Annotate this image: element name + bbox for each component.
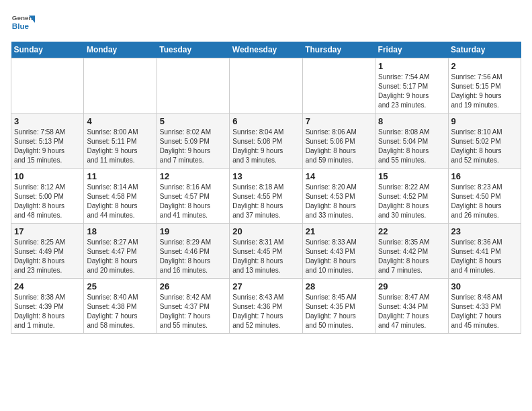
calendar-cell: 16Sunrise: 8:23 AM Sunset: 4:50 PM Dayli… bbox=[448, 169, 521, 224]
day-number: 17 bbox=[14, 226, 81, 236]
calendar-cell: 2Sunrise: 7:56 AM Sunset: 5:15 PM Daylig… bbox=[448, 58, 521, 113]
day-info: Sunrise: 8:02 AM Sunset: 5:09 PM Dayligh… bbox=[160, 128, 226, 165]
calendar-cell: 6Sunrise: 8:04 AM Sunset: 5:08 PM Daylig… bbox=[230, 113, 302, 169]
day-info: Sunrise: 8:00 AM Sunset: 5:11 PM Dayligh… bbox=[87, 128, 153, 165]
day-number: 21 bbox=[306, 226, 372, 236]
day-info: Sunrise: 8:06 AM Sunset: 5:06 PM Dayligh… bbox=[306, 128, 372, 165]
day-number: 10 bbox=[14, 171, 81, 181]
day-info: Sunrise: 8:47 AM Sunset: 4:34 PM Dayligh… bbox=[378, 293, 445, 330]
day-info: Sunrise: 8:14 AM Sunset: 4:58 PM Dayligh… bbox=[87, 183, 153, 220]
calendar-cell bbox=[302, 58, 375, 113]
day-info: Sunrise: 8:23 AM Sunset: 4:50 PM Dayligh… bbox=[451, 183, 518, 220]
day-number: 13 bbox=[232, 171, 299, 181]
day-number: 11 bbox=[87, 171, 153, 181]
day-number: 19 bbox=[160, 226, 226, 236]
calendar-cell: 28Sunrise: 8:45 AM Sunset: 4:35 PM Dayli… bbox=[302, 279, 375, 334]
calendar-cell: 5Sunrise: 8:02 AM Sunset: 5:09 PM Daylig… bbox=[157, 113, 229, 169]
logo: General Blue bbox=[11, 11, 38, 35]
calendar-cell: 26Sunrise: 8:42 AM Sunset: 4:37 PM Dayli… bbox=[157, 279, 229, 334]
day-info: Sunrise: 8:12 AM Sunset: 5:00 PM Dayligh… bbox=[14, 183, 81, 220]
day-info: Sunrise: 8:18 AM Sunset: 4:55 PM Dayligh… bbox=[232, 183, 299, 220]
day-info: Sunrise: 8:35 AM Sunset: 4:42 PM Dayligh… bbox=[378, 238, 445, 275]
day-info: Sunrise: 8:31 AM Sunset: 4:45 PM Dayligh… bbox=[232, 238, 299, 275]
calendar-cell: 9Sunrise: 8:10 AM Sunset: 5:02 PM Daylig… bbox=[448, 113, 521, 169]
calendar-cell: 10Sunrise: 8:12 AM Sunset: 5:00 PM Dayli… bbox=[11, 169, 84, 224]
weekday-header: Tuesday bbox=[157, 42, 229, 58]
calendar-cell: 24Sunrise: 8:38 AM Sunset: 4:39 PM Dayli… bbox=[11, 279, 84, 334]
calendar-cell: 19Sunrise: 8:29 AM Sunset: 4:46 PM Dayli… bbox=[157, 224, 229, 279]
day-info: Sunrise: 7:58 AM Sunset: 5:13 PM Dayligh… bbox=[14, 128, 81, 165]
day-number: 25 bbox=[87, 281, 153, 291]
day-info: Sunrise: 8:38 AM Sunset: 4:39 PM Dayligh… bbox=[14, 293, 81, 330]
day-number: 1 bbox=[378, 61, 445, 71]
weekday-header: Wednesday bbox=[230, 42, 302, 58]
day-number: 15 bbox=[378, 171, 445, 181]
day-number: 2 bbox=[451, 61, 518, 71]
day-info: Sunrise: 8:29 AM Sunset: 4:46 PM Dayligh… bbox=[160, 238, 226, 275]
calendar-week-row: 3Sunrise: 7:58 AM Sunset: 5:13 PM Daylig… bbox=[11, 113, 521, 169]
svg-text:Blue: Blue bbox=[12, 21, 30, 30]
day-number: 6 bbox=[232, 116, 299, 126]
day-info: Sunrise: 8:33 AM Sunset: 4:43 PM Dayligh… bbox=[306, 238, 372, 275]
weekday-header: Sunday bbox=[11, 42, 84, 58]
day-number: 4 bbox=[87, 116, 153, 126]
day-number: 27 bbox=[232, 281, 299, 291]
day-number: 29 bbox=[378, 281, 445, 291]
calendar-cell bbox=[230, 58, 302, 113]
calendar-week-row: 17Sunrise: 8:25 AM Sunset: 4:49 PM Dayli… bbox=[11, 224, 521, 279]
day-number: 24 bbox=[14, 281, 81, 291]
calendar-cell: 27Sunrise: 8:43 AM Sunset: 4:36 PM Dayli… bbox=[230, 279, 302, 334]
calendar-cell bbox=[84, 58, 157, 113]
calendar-cell: 13Sunrise: 8:18 AM Sunset: 4:55 PM Dayli… bbox=[230, 169, 302, 224]
calendar-cell: 7Sunrise: 8:06 AM Sunset: 5:06 PM Daylig… bbox=[302, 113, 375, 169]
day-info: Sunrise: 8:08 AM Sunset: 5:04 PM Dayligh… bbox=[378, 128, 445, 165]
calendar-cell: 12Sunrise: 8:16 AM Sunset: 4:57 PM Dayli… bbox=[157, 169, 229, 224]
calendar-cell: 11Sunrise: 8:14 AM Sunset: 4:58 PM Dayli… bbox=[84, 169, 157, 224]
day-number: 7 bbox=[306, 116, 372, 126]
calendar-cell: 15Sunrise: 8:22 AM Sunset: 4:52 PM Dayli… bbox=[375, 169, 448, 224]
calendar-week-row: 10Sunrise: 8:12 AM Sunset: 5:00 PM Dayli… bbox=[11, 169, 521, 224]
calendar-week-row: 1Sunrise: 7:54 AM Sunset: 5:17 PM Daylig… bbox=[11, 58, 521, 113]
calendar-table: SundayMondayTuesdayWednesdayThursdayFrid… bbox=[11, 42, 521, 334]
calendar-week-row: 24Sunrise: 8:38 AM Sunset: 4:39 PM Dayli… bbox=[11, 279, 521, 334]
calendar-cell: 20Sunrise: 8:31 AM Sunset: 4:45 PM Dayli… bbox=[230, 224, 302, 279]
calendar-cell: 4Sunrise: 8:00 AM Sunset: 5:11 PM Daylig… bbox=[84, 113, 157, 169]
day-info: Sunrise: 8:48 AM Sunset: 4:33 PM Dayligh… bbox=[451, 293, 518, 330]
calendar-cell: 22Sunrise: 8:35 AM Sunset: 4:42 PM Dayli… bbox=[375, 224, 448, 279]
day-number: 12 bbox=[160, 171, 226, 181]
day-info: Sunrise: 8:22 AM Sunset: 4:52 PM Dayligh… bbox=[378, 183, 445, 220]
day-info: Sunrise: 8:42 AM Sunset: 4:37 PM Dayligh… bbox=[160, 293, 226, 330]
day-number: 3 bbox=[14, 116, 81, 126]
calendar-cell bbox=[11, 58, 84, 113]
day-number: 14 bbox=[306, 171, 372, 181]
day-number: 22 bbox=[378, 226, 445, 236]
day-number: 9 bbox=[451, 116, 518, 126]
weekday-header: Friday bbox=[375, 42, 448, 58]
calendar-cell: 30Sunrise: 8:48 AM Sunset: 4:33 PM Dayli… bbox=[448, 279, 521, 334]
calendar-cell: 29Sunrise: 8:47 AM Sunset: 4:34 PM Dayli… bbox=[375, 279, 448, 334]
calendar-cell: 23Sunrise: 8:36 AM Sunset: 4:41 PM Dayli… bbox=[448, 224, 521, 279]
day-number: 28 bbox=[306, 281, 372, 291]
day-number: 23 bbox=[451, 226, 518, 236]
calendar-cell: 17Sunrise: 8:25 AM Sunset: 4:49 PM Dayli… bbox=[11, 224, 84, 279]
day-number: 20 bbox=[232, 226, 299, 236]
calendar-cell: 21Sunrise: 8:33 AM Sunset: 4:43 PM Dayli… bbox=[302, 224, 375, 279]
day-info: Sunrise: 8:36 AM Sunset: 4:41 PM Dayligh… bbox=[451, 238, 518, 275]
day-info: Sunrise: 7:56 AM Sunset: 5:15 PM Dayligh… bbox=[451, 73, 518, 110]
day-info: Sunrise: 8:04 AM Sunset: 5:08 PM Dayligh… bbox=[232, 128, 299, 165]
weekday-header: Monday bbox=[84, 42, 157, 58]
weekday-header-row: SundayMondayTuesdayWednesdayThursdayFrid… bbox=[11, 42, 521, 58]
day-info: Sunrise: 8:16 AM Sunset: 4:57 PM Dayligh… bbox=[160, 183, 226, 220]
day-info: Sunrise: 8:20 AM Sunset: 4:53 PM Dayligh… bbox=[306, 183, 372, 220]
day-info: Sunrise: 8:40 AM Sunset: 4:38 PM Dayligh… bbox=[87, 293, 153, 330]
day-number: 26 bbox=[160, 281, 226, 291]
day-number: 30 bbox=[451, 281, 518, 291]
day-info: Sunrise: 8:10 AM Sunset: 5:02 PM Dayligh… bbox=[451, 128, 518, 165]
weekday-header: Thursday bbox=[302, 42, 375, 58]
day-info: Sunrise: 8:25 AM Sunset: 4:49 PM Dayligh… bbox=[14, 238, 81, 275]
day-info: Sunrise: 8:45 AM Sunset: 4:35 PM Dayligh… bbox=[306, 293, 372, 330]
calendar-cell: 1Sunrise: 7:54 AM Sunset: 5:17 PM Daylig… bbox=[375, 58, 448, 113]
logo-icon: General Blue bbox=[11, 11, 35, 35]
page-header: General Blue bbox=[11, 11, 521, 35]
calendar-cell: 14Sunrise: 8:20 AM Sunset: 4:53 PM Dayli… bbox=[302, 169, 375, 224]
